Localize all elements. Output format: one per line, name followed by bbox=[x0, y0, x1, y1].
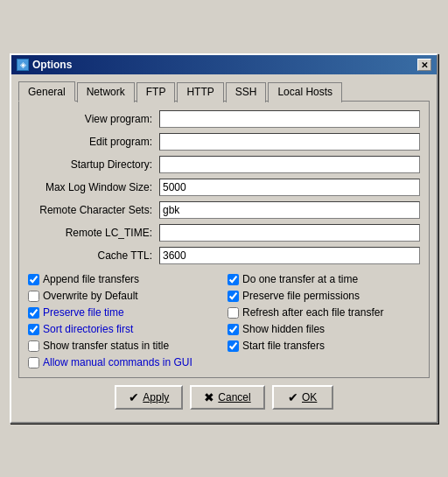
label-preserve-perms: Preserve file permissions bbox=[242, 290, 360, 302]
label-sort-dirs: Sort directories first bbox=[43, 323, 133, 335]
ok-button[interactable]: ✔ OK bbox=[272, 385, 333, 410]
checkbox-item-manual-commands: Allow manual commands in GUI bbox=[28, 356, 220, 368]
checkbox-item-overwrite-default: Overwrite by Default bbox=[28, 290, 220, 302]
cancel-label: Cancel bbox=[218, 391, 250, 403]
tab-bar: General Network FTP HTTP SSH Local Hosts bbox=[18, 81, 430, 102]
checkbox-item-show-status: Show transfer status in title bbox=[28, 340, 220, 352]
label-show-hidden: Show hidden files bbox=[242, 323, 325, 335]
input-cache-ttl[interactable] bbox=[159, 247, 420, 264]
checkbox-overwrite-default[interactable] bbox=[28, 291, 39, 302]
label-preserve-time: Preserve file time bbox=[43, 306, 124, 319]
input-edit-program[interactable] bbox=[159, 133, 420, 151]
label-remote-charset: Remote Character Sets: bbox=[28, 204, 159, 216]
input-startup-dir[interactable] bbox=[159, 156, 420, 173]
checkbox-preserve-time[interactable] bbox=[28, 307, 39, 319]
checkbox-col-left: Append file transfers Overwrite by Defau… bbox=[28, 273, 220, 368]
checkbox-append-transfers[interactable] bbox=[28, 274, 39, 285]
checkbox-sort-dirs[interactable] bbox=[28, 324, 39, 335]
form-row-remote-lctime: Remote LC_TIME: bbox=[28, 224, 420, 242]
label-manual-commands: Allow manual commands in GUI bbox=[43, 356, 192, 368]
form-row-max-log: Max Log Window Size: bbox=[28, 179, 420, 196]
checkbox-manual-commands[interactable] bbox=[28, 357, 39, 368]
label-edit-program: Edit program: bbox=[28, 136, 159, 148]
form-row-remote-charset: Remote Character Sets: bbox=[28, 201, 420, 219]
close-button[interactable]: ✕ bbox=[417, 59, 431, 71]
ok-label: OK bbox=[302, 391, 317, 403]
label-max-log: Max Log Window Size: bbox=[28, 181, 159, 193]
label-overwrite-default: Overwrite by Default bbox=[43, 290, 138, 302]
form-row-view-program: View program: bbox=[28, 110, 420, 128]
label-startup-dir: Startup Directory: bbox=[28, 158, 159, 171]
checkbox-show-status[interactable] bbox=[28, 340, 39, 352]
cancel-icon: ✖ bbox=[204, 390, 214, 404]
window-body: General Network FTP HTTP SSH Local Hosts… bbox=[11, 74, 437, 422]
checkbox-item-preserve-perms: Preserve file permissions bbox=[228, 290, 420, 302]
apply-icon: ✔ bbox=[129, 390, 139, 404]
input-remote-lctime[interactable] bbox=[159, 224, 420, 242]
label-start-transfers: Start file transfers bbox=[242, 340, 325, 352]
tab-local-hosts[interactable]: Local Hosts bbox=[268, 82, 342, 102]
checkboxes-section: Append file transfers Overwrite by Defau… bbox=[28, 273, 420, 368]
label-view-program: View program: bbox=[28, 113, 159, 125]
window-icon: ◈ bbox=[17, 59, 29, 71]
label-append-transfers: Append file transfers bbox=[43, 273, 139, 285]
options-window: ◈ Options ✕ General Network FTP HTTP SSH… bbox=[10, 53, 438, 424]
form-row-startup-dir: Startup Directory: bbox=[28, 156, 420, 173]
window-title: Options bbox=[32, 59, 72, 71]
checkbox-item-start-transfers: Start file transfers bbox=[228, 340, 420, 352]
tab-general[interactable]: General bbox=[18, 81, 75, 102]
label-refresh-after: Refresh after each file transfer bbox=[242, 306, 383, 319]
form-row-cache-ttl: Cache TTL: bbox=[28, 247, 420, 264]
button-bar: ✔ Apply ✖ Cancel ✔ OK bbox=[18, 378, 430, 415]
checkbox-item-append-transfers: Append file transfers bbox=[28, 273, 220, 285]
cancel-button[interactable]: ✖ Cancel bbox=[190, 385, 264, 410]
ok-icon: ✔ bbox=[288, 390, 298, 404]
checkbox-item-one-transfer: Do one transfer at a time bbox=[228, 273, 420, 285]
checkbox-show-hidden[interactable] bbox=[228, 324, 239, 335]
checkbox-col-right: Do one transfer at a time Preserve file … bbox=[228, 273, 420, 368]
checkbox-start-transfers[interactable] bbox=[228, 340, 239, 352]
tab-content-general: View program: Edit program: Startup Dire… bbox=[18, 101, 430, 378]
label-one-transfer: Do one transfer at a time bbox=[242, 273, 358, 285]
checkbox-item-show-hidden: Show hidden files bbox=[228, 323, 420, 335]
checkbox-item-sort-dirs: Sort directories first bbox=[28, 323, 220, 335]
label-remote-lctime: Remote LC_TIME: bbox=[28, 227, 159, 239]
input-view-program[interactable] bbox=[159, 110, 420, 128]
title-bar: ◈ Options ✕ bbox=[11, 55, 437, 74]
checkbox-refresh-after[interactable] bbox=[228, 307, 239, 319]
label-show-status: Show transfer status in title bbox=[43, 340, 169, 352]
checkbox-one-transfer[interactable] bbox=[228, 274, 239, 285]
checkbox-item-preserve-time: Preserve file time bbox=[28, 306, 220, 319]
input-remote-charset[interactable] bbox=[159, 201, 420, 219]
tab-ssh[interactable]: SSH bbox=[226, 82, 267, 102]
tab-network[interactable]: Network bbox=[77, 82, 135, 102]
apply-label: Apply bbox=[143, 391, 169, 403]
label-cache-ttl: Cache TTL: bbox=[28, 249, 159, 262]
checkbox-preserve-perms[interactable] bbox=[228, 291, 239, 302]
checkbox-item-refresh-after: Refresh after each file transfer bbox=[228, 306, 420, 319]
form-row-edit-program: Edit program: bbox=[28, 133, 420, 151]
input-max-log[interactable] bbox=[159, 179, 420, 196]
tab-http[interactable]: HTTP bbox=[177, 82, 223, 102]
apply-button[interactable]: ✔ Apply bbox=[115, 385, 183, 410]
title-bar-left: ◈ Options bbox=[17, 59, 72, 71]
tab-ftp[interactable]: FTP bbox=[136, 82, 176, 102]
